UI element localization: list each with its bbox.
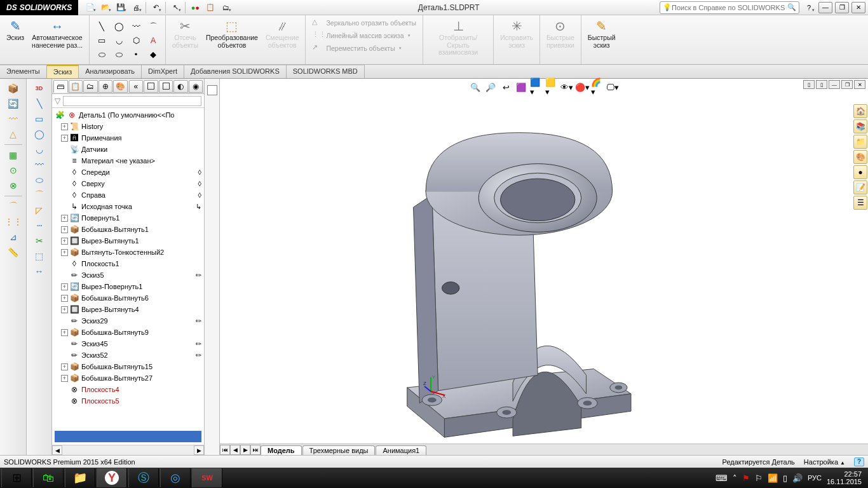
fillet-tool[interactable]: ⌒ xyxy=(145,20,161,34)
slot-tool[interactable]: ⬭ xyxy=(93,48,110,62)
tab-first[interactable]: ⏮ xyxy=(220,445,230,455)
extrude-boss-button[interactable]: 📦 xyxy=(3,81,24,95)
bottom-tab-animation[interactable]: Анимация1 xyxy=(376,445,426,455)
tree-root[interactable]: 🧩 ⊗ Деталь1 (По умолчанию<<По xyxy=(52,109,204,121)
text-tool[interactable]: A xyxy=(145,34,161,48)
sweep-boss-button[interactable]: 〰 xyxy=(3,112,24,126)
tree-extra3[interactable]: ◐ xyxy=(173,80,188,93)
quick-sketch-button[interactable]: ✎ Быстрый эскиз xyxy=(585,17,618,50)
show-relations-button[interactable]: ⊥ Отобразить/Скрыть взаимосвязи xyxy=(427,17,489,58)
tab-next[interactable]: ▶ xyxy=(240,445,250,455)
tab-prev[interactable]: ◀ xyxy=(230,445,240,455)
rib-button[interactable]: ⊿ xyxy=(3,230,24,244)
apply-scene-button[interactable]: 🌈▾ xyxy=(590,81,604,93)
explorer-button[interactable]: 📁 xyxy=(65,468,95,487)
save-button[interactable]: 💾 xyxy=(114,1,128,14)
expand-toggle[interactable]: + xyxy=(61,295,68,302)
expand-toggle[interactable]: + xyxy=(61,363,68,370)
circle-button[interactable]: ◯ xyxy=(29,127,50,141)
fillet-sk-button[interactable]: ⌒ xyxy=(29,188,50,202)
fillet-button[interactable]: ⌒ xyxy=(3,200,24,214)
vp-tile2-button[interactable]: ▯ xyxy=(816,80,827,89)
vp-tile-button[interactable]: ▯ xyxy=(803,80,815,89)
tree-extra1[interactable]: 🞎 xyxy=(144,80,158,93)
tab-sketch[interactable]: Эскиз xyxy=(47,65,79,78)
tree-node[interactable]: +📜History xyxy=(52,121,204,132)
rectangle-tool[interactable]: ▭ xyxy=(93,34,110,48)
graphics-viewport[interactable]: 🔍 🔎 ↩ 🟪 🟦▾ 🟨▾ 👁▾ 🔴▾ 🌈▾ 🖵▾ ▯ ▯ — ❐ ✕ 🏠 📚 … xyxy=(220,79,868,455)
keyboard-icon[interactable]: ⌨ xyxy=(715,473,728,483)
chevron-up-icon[interactable]: ˄ xyxy=(733,473,737,483)
expand-toggle[interactable]: + xyxy=(61,375,68,382)
skype-button[interactable]: Ⓢ xyxy=(128,468,159,487)
expand-toggle[interactable]: + xyxy=(61,306,68,313)
tree-node[interactable]: ↳Исходная точка↳ xyxy=(52,201,204,212)
expand-toggle[interactable]: + xyxy=(61,135,68,142)
trim-sk-button[interactable]: ✂ xyxy=(29,234,50,248)
spline-tool[interactable]: 〰 xyxy=(128,20,144,34)
expand-toggle[interactable]: + xyxy=(61,226,68,233)
shield-icon[interactable]: ⚑ xyxy=(742,473,750,483)
tree-extra2[interactable]: 🞎 xyxy=(159,80,173,93)
help-search-input[interactable] xyxy=(672,3,787,13)
print-button[interactable]: 🖨 xyxy=(129,1,143,14)
tree-node[interactable]: +🔄Вырез-Повернуть1 xyxy=(52,281,204,292)
tree-node[interactable]: ◊Справа◊ xyxy=(52,189,204,201)
tree-node[interactable]: +📦Бобышка-Вытянуть15 xyxy=(52,361,204,372)
3d-sketch-button[interactable]: 3D xyxy=(29,81,50,95)
expand-toggle[interactable]: + xyxy=(61,249,68,256)
tree-node[interactable]: +📦Бобышка-Вытянуть1 xyxy=(52,224,204,235)
move-button[interactable]: ↗Переместить объекты▾ xyxy=(309,42,403,55)
view-orientation-button[interactable]: 🟦▾ xyxy=(529,81,543,93)
tree-selection-bar[interactable] xyxy=(55,431,201,442)
expand-toggle[interactable]: + xyxy=(61,283,68,290)
filter-icon[interactable]: ▽ xyxy=(55,97,60,105)
tab-analyze[interactable]: Анализировать xyxy=(79,65,142,78)
tree-node[interactable]: ◊Плоскость1 xyxy=(52,258,204,269)
tab-mbd[interactable]: SOLIDWORKS MBD xyxy=(287,65,365,78)
volume-icon[interactable]: 🔊 xyxy=(792,473,803,483)
tree-tab-dimxpert[interactable]: ⊕ xyxy=(98,80,113,93)
language-indicator[interactable]: РУС xyxy=(808,474,822,482)
trim-button[interactable]: ✂ Отсечь объекты xyxy=(170,17,201,50)
battery-icon[interactable]: ▯ xyxy=(783,473,787,483)
tree-node[interactable]: ✏Эскиз29✏ xyxy=(52,315,204,327)
measure-button[interactable]: 📏 xyxy=(3,245,24,259)
new-file-button[interactable]: 📄 xyxy=(83,1,97,14)
help-search-box[interactable]: 💡 🔍 xyxy=(660,1,799,14)
hole-wizard-button[interactable]: ⊙ xyxy=(3,163,24,177)
zoom-area-button[interactable]: 🔎 xyxy=(484,81,498,93)
arc-button[interactable]: ◡ xyxy=(29,142,50,156)
smart-dimension-button[interactable]: ↔ Автоматическое нанесение раз... xyxy=(29,17,85,50)
tree-node[interactable]: +🔲Вырез-Вытянуть4 xyxy=(52,304,204,315)
tab-dimxpert[interactable]: DimXpert xyxy=(142,65,184,78)
spline-button[interactable]: 〰 xyxy=(29,158,50,172)
settings-button[interactable]: 🗂 xyxy=(219,1,233,14)
task-item[interactable] xyxy=(207,85,217,95)
linear-pattern-button[interactable]: ⋮⋮Линейный массив эскиза▾ xyxy=(309,29,412,42)
sketch-button[interactable]: ✎ Эскиз xyxy=(4,17,27,50)
status-help-button[interactable]: ? xyxy=(854,458,864,466)
tree-tab-display[interactable]: 🎨 xyxy=(113,80,128,93)
rebuild-button[interactable]: ●● xyxy=(188,1,202,14)
start-button[interactable]: ⊞ xyxy=(1,468,32,487)
tree-node[interactable]: ◊Спереди◊ xyxy=(52,166,204,178)
edit-appearance-button[interactable]: 🔴▾ xyxy=(575,81,589,93)
polygon-tool[interactable]: ⬡ xyxy=(128,34,144,48)
revolve-boss-button[interactable]: 🔄 xyxy=(3,97,24,111)
app-button[interactable]: ◎ xyxy=(160,468,191,487)
bottom-tab-model[interactable]: Модель xyxy=(261,445,302,455)
line-button[interactable]: ╲ xyxy=(29,97,50,111)
fix-sketch-button[interactable]: ✳ Исправить эскиз xyxy=(498,17,536,50)
revolve-cut-button[interactable]: ⊗ xyxy=(3,179,24,193)
scroll-right[interactable]: ▶ xyxy=(194,445,204,455)
yandex-button[interactable]: Y xyxy=(97,468,127,487)
mirror-button[interactable]: △Зеркально отразить объекты xyxy=(309,17,419,29)
view-settings-button[interactable]: 🖵▾ xyxy=(606,81,620,93)
circle-tool[interactable]: ◯ xyxy=(111,20,127,34)
pattern-button[interactable]: ⋮⋮ xyxy=(3,215,24,229)
undo-button[interactable]: ↶ xyxy=(149,1,163,14)
restore-button[interactable]: ❐ xyxy=(835,2,849,13)
zoom-fit-button[interactable]: 🔍 xyxy=(468,81,482,93)
tab-addins[interactable]: Добавления SOLIDWORKS xyxy=(184,65,287,78)
